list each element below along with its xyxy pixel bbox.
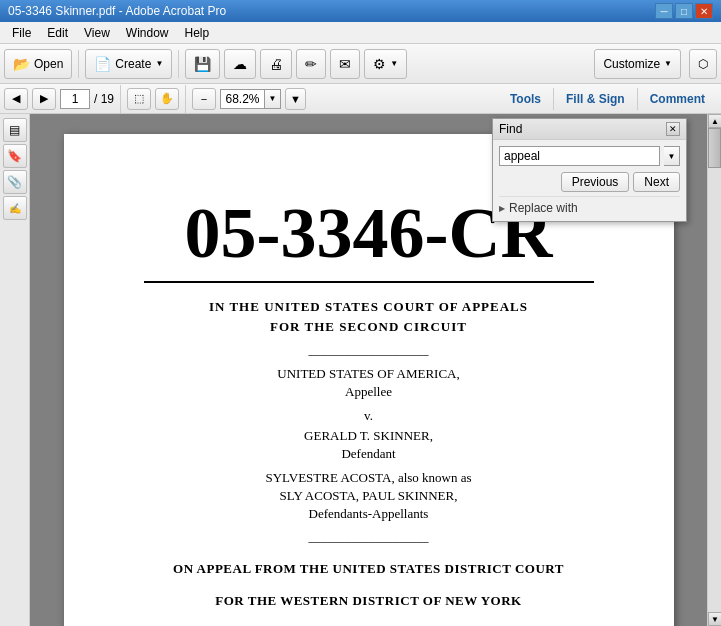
pdf-party1: UNITED STATES OF AMERICA, [144,366,594,382]
nav-toolbar: ◀ ▶ 1 / 19 ⬚ ✋ − ▼ ▼ Tools Fill & Sign C… [0,84,721,114]
scroll-track[interactable] [708,128,721,612]
right-scrollbar: ▲ ▼ [707,114,721,626]
panel-buttons: Tools Fill & Sign Comment [498,88,717,110]
pdf-area[interactable]: 05-3346-CR IN THE UNITED STATES COURT OF… [30,114,707,626]
find-next-button[interactable]: Next [633,172,680,192]
close-button[interactable]: ✕ [695,3,713,19]
upload-icon: ☁ [233,56,247,72]
main-area: ▤ 🔖 📎 ✍ 05-3346-CR IN THE UNITED STATES … [0,114,721,626]
save-button[interactable]: 💾 [185,49,220,79]
scroll-thumb[interactable] [708,128,721,168]
sidebar-attachments-icon[interactable]: 📎 [3,170,27,194]
edit-icon: ✏ [305,56,317,72]
pdf-sep-2: ____________________ [144,530,594,545]
title-bar: 05-3346 Skinner.pdf - Adobe Acrobat Pro … [0,0,721,22]
zoom-dropdown-button[interactable]: ▼ [265,89,281,109]
settings-dropdown-icon: ▼ [390,59,398,68]
customize-button[interactable]: Customize ▼ [594,49,681,79]
hand-icon: ✋ [160,92,174,105]
collapse-icon: ⬡ [698,57,708,71]
sidebar-pages-icon[interactable]: ▤ [3,118,27,142]
customize-dropdown-icon: ▼ [664,59,672,68]
select-icon: ⬚ [134,92,144,105]
menu-edit[interactable]: Edit [39,24,76,42]
nav-forward-button[interactable]: ▶ [32,88,56,110]
email-button[interactable]: ✉ [330,49,360,79]
collapse-button[interactable]: ⬡ [689,49,717,79]
pdf-party2: GERALD T. SKINNER, [144,428,594,444]
find-panel-header: Find ✕ [493,119,686,140]
upload-button[interactable]: ☁ [224,49,256,79]
create-label: Create [115,57,151,71]
sidebar-signatures-icon[interactable]: ✍ [3,196,27,220]
find-input-row: ▼ [499,146,680,166]
page-separator: / 19 [94,92,114,106]
menu-view[interactable]: View [76,24,118,42]
settings-icon: ⚙ [373,56,386,72]
nav-sep-2 [185,85,186,113]
pdf-vs: v. [144,408,594,424]
pdf-sep-1: ____________________ [144,343,594,358]
email-icon: ✉ [339,56,351,72]
find-replace-arrow-icon: ▶ [499,204,505,213]
nav-back-button[interactable]: ◀ [4,88,28,110]
create-button[interactable]: 📄 Create ▼ [85,49,172,79]
edit-button[interactable]: ✏ [296,49,326,79]
zoom-input[interactable] [220,89,265,109]
pdf-party3-line2: SLY ACOSTA, PAUL SKINNER, [144,488,594,504]
zoom-in-button[interactable]: ▼ [285,88,306,110]
scroll-up-button[interactable]: ▲ [708,114,721,128]
find-previous-button[interactable]: Previous [561,172,630,192]
find-panel-title: Find [499,122,522,136]
menu-window[interactable]: Window [118,24,177,42]
nav-back-icon: ◀ [12,92,20,105]
settings-button[interactable]: ⚙ ▼ [364,49,407,79]
pdf-party3-line1: SYLVESTRE ACOSTA, also known as [144,470,594,486]
pdf-court-line1: IN THE UNITED STATES COURT OF APPEALS [144,299,594,315]
nav-sep-1 [120,85,121,113]
find-replace-label: Replace with [509,201,578,215]
zoom-more-icon: ▼ [290,93,301,105]
open-button[interactable]: 📂 Open [4,49,72,79]
customize-label: Customize [603,57,660,71]
find-panel-body: ▼ Previous Next ▶ Replace with [493,140,686,221]
find-replace-row[interactable]: ▶ Replace with [499,196,680,215]
toolbar-sep-2 [178,50,179,78]
find-dropdown-button[interactable]: ▼ [664,146,680,166]
create-dropdown-icon: ▼ [155,59,163,68]
tools-panel-button[interactable]: Tools [498,88,553,110]
title-bar-text: 05-3346 Skinner.pdf - Adobe Acrobat Pro [8,4,655,18]
toolbar-sep-1 [78,50,79,78]
create-icon: 📄 [94,56,111,72]
minimize-button[interactable]: ─ [655,3,673,19]
find-close-button[interactable]: ✕ [666,122,680,136]
nav-forward-icon: ▶ [40,92,48,105]
pdf-bottom-line2: FOR THE WESTERN DISTRICT OF NEW YORK [144,593,594,609]
main-toolbar: 📂 Open 📄 Create ▼ 💾 ☁ 🖨 ✏ ✉ ⚙ ▼ Customiz… [0,44,721,84]
pdf-divider-1 [144,281,594,283]
pdf-party1-role: Appellee [144,384,594,400]
page-number-input[interactable]: 1 [60,89,90,109]
print-button[interactable]: 🖨 [260,49,292,79]
maximize-button[interactable]: □ [675,3,693,19]
zoom-out-icon: − [201,93,207,105]
find-search-input[interactable] [499,146,660,166]
save-icon: 💾 [194,56,211,72]
left-sidebar: ▤ 🔖 📎 ✍ [0,114,30,626]
title-bar-controls: ─ □ ✕ [655,3,713,19]
menu-file[interactable]: File [4,24,39,42]
hand-tool-button[interactable]: ✋ [155,88,179,110]
menu-help[interactable]: Help [177,24,218,42]
comment-panel-button[interactable]: Comment [638,88,717,110]
sidebar-bookmarks-icon[interactable]: 🔖 [3,144,27,168]
pdf-party2-role: Defendant [144,446,594,462]
find-panel: Find ✕ ▼ Previous Next ▶ Replace with [492,118,687,222]
scroll-down-button[interactable]: ▼ [708,612,721,626]
pdf-bottom-line1: ON APPEAL FROM THE UNITED STATES DISTRIC… [144,561,594,577]
zoom-out-button[interactable]: − [192,88,216,110]
select-tool-button[interactable]: ⬚ [127,88,151,110]
pdf-party3-role: Defendants-Appellants [144,506,594,522]
open-label: Open [34,57,63,71]
fill-sign-panel-button[interactable]: Fill & Sign [554,88,637,110]
print-icon: 🖨 [269,56,283,72]
